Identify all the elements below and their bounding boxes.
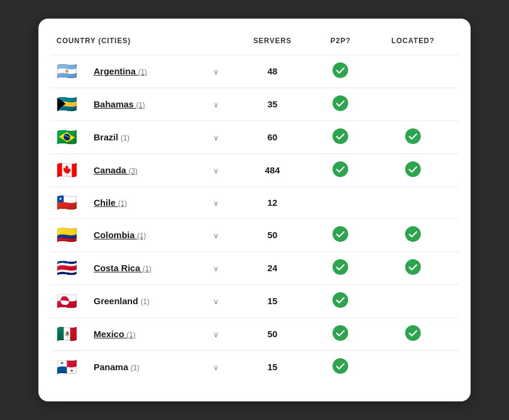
located-check-brazil [405, 128, 421, 144]
svg-point-11 [333, 325, 348, 341]
flag-cell-colombia: 🇨🇴 [50, 219, 82, 252]
chevron-icon-chile[interactable]: ∨ [213, 199, 219, 208]
flag-cell-bahamas: 🇧🇸 [50, 88, 82, 121]
table-row: 🇨🇷 Costa Rica (1) ∨ 24 [50, 252, 459, 285]
table-row: 🇦🇷 Argentina (1) ∨ 48 [50, 55, 459, 88]
servers-count-canada: 484 [265, 165, 280, 175]
table-row: 🇧🇸 Bahamas (1) ∨ 35 [50, 88, 459, 121]
chevron-icon-argentina[interactable]: ∨ [213, 67, 219, 76]
p2p-cell-argentina [314, 55, 367, 88]
servers-cell-bahamas: 35 [231, 88, 314, 121]
svg-point-4 [333, 161, 348, 177]
country-name-canada[interactable]: Canada (3) [94, 165, 137, 175]
chevron-cell-mexico[interactable]: ∨ [207, 318, 231, 351]
p2p-check-bahamas [333, 95, 348, 111]
country-name-brazil: Brazil (1) [94, 132, 130, 142]
chevron-cell-bahamas[interactable]: ∨ [207, 88, 231, 121]
flag-cell-panama: 🇵🇦 [50, 351, 82, 384]
servers-count-greenland: 15 [267, 296, 277, 306]
located-cell-greenland [367, 285, 459, 318]
located-check-canada [405, 161, 421, 177]
country-name-bahamas[interactable]: Bahamas (1) [94, 99, 145, 109]
country-cell-chile: Chile (1) [82, 187, 207, 219]
country-cell-greenland: Greenland (1) [82, 285, 207, 318]
chevron-icon-greenland[interactable]: ∨ [213, 297, 219, 306]
located-cell-canada [367, 154, 459, 187]
main-card: Country (Cities) Servers P2P? Located? [38, 19, 471, 401]
chevron-cell-panama[interactable]: ∨ [207, 351, 231, 384]
p2p-cell-brazil [314, 121, 367, 154]
chevron-icon-panama[interactable]: ∨ [213, 363, 219, 372]
flag-cell-chile: 🇨🇱 [50, 187, 82, 219]
chevron-cell-brazil[interactable]: ∨ [207, 121, 231, 154]
located-check-mexico [405, 325, 421, 341]
header-servers: Servers [231, 37, 314, 55]
country-name-argentina[interactable]: Argentina (1) [94, 66, 147, 76]
svg-point-10 [333, 292, 348, 308]
chevron-icon-bahamas[interactable]: ∨ [213, 100, 219, 109]
svg-point-12 [405, 325, 421, 341]
p2p-check-argentina [333, 62, 348, 78]
located-cell-panama [367, 351, 459, 384]
located-cell-mexico [367, 318, 459, 351]
located-check-costarica [405, 259, 421, 275]
servers-count-mexico: 50 [267, 329, 277, 339]
servers-cell-mexico: 50 [231, 318, 314, 351]
p2p-check-costarica [333, 259, 348, 275]
p2p-cell-greenland [314, 285, 367, 318]
servers-count-bahamas: 35 [267, 99, 277, 109]
located-cell-chile [367, 187, 459, 219]
chevron-cell-greenland[interactable]: ∨ [207, 285, 231, 318]
servers-cell-argentina: 48 [231, 55, 314, 88]
servers-count-brazil: 60 [267, 132, 277, 142]
p2p-check-colombia [333, 226, 348, 242]
country-cell-bahamas: Bahamas (1) [82, 88, 207, 121]
flag-cell-costarica: 🇨🇷 [50, 252, 82, 285]
header-located: Located? [367, 37, 459, 55]
servers-count-argentina: 48 [267, 66, 277, 76]
chevron-cell-canada[interactable]: ∨ [207, 154, 231, 187]
located-cell-bahamas [367, 88, 459, 121]
chevron-icon-costarica[interactable]: ∨ [213, 264, 219, 273]
p2p-cell-canada [314, 154, 367, 187]
country-cell-brazil: Brazil (1) [82, 121, 207, 154]
svg-point-0 [333, 62, 348, 78]
header-p2p: P2P? [314, 37, 367, 55]
country-name-panama: Panama (1) [94, 362, 139, 372]
svg-point-2 [333, 128, 348, 144]
p2p-cell-costarica [314, 252, 367, 285]
p2p-cell-mexico [314, 318, 367, 351]
servers-cell-greenland: 15 [231, 285, 314, 318]
chevron-cell-argentina[interactable]: ∨ [207, 55, 231, 88]
chevron-cell-chile[interactable]: ∨ [207, 187, 231, 219]
chevron-cell-colombia[interactable]: ∨ [207, 219, 231, 252]
servers-cell-brazil: 60 [231, 121, 314, 154]
servers-cell-colombia: 50 [231, 219, 314, 252]
svg-point-3 [405, 128, 421, 144]
svg-point-9 [405, 259, 421, 275]
chevron-icon-colombia[interactable]: ∨ [213, 231, 219, 240]
servers-count-colombia: 50 [267, 230, 277, 240]
country-name-mexico[interactable]: Mexico (1) [94, 329, 136, 339]
country-name-chile[interactable]: Chile (1) [94, 197, 127, 208]
country-name-colombia[interactable]: Colombia (1) [94, 230, 146, 240]
country-name-costarica[interactable]: Costa Rica (1) [94, 263, 151, 273]
p2p-cell-bahamas [314, 88, 367, 121]
chevron-icon-brazil[interactable]: ∨ [213, 133, 219, 142]
chevron-icon-canada[interactable]: ∨ [213, 166, 219, 175]
chevron-icon-mexico[interactable]: ∨ [213, 330, 219, 339]
header-expand [207, 37, 231, 55]
svg-point-8 [333, 259, 348, 275]
table-row: 🇨🇦 Canada (3) ∨ 484 [50, 154, 459, 187]
p2p-check-mexico [333, 325, 348, 341]
p2p-check-canada [333, 161, 348, 177]
located-cell-brazil [367, 121, 459, 154]
table-container: Country (Cities) Servers P2P? Located? [50, 37, 459, 383]
flag-cell-brazil: 🇧🇷 [50, 121, 82, 154]
svg-point-7 [405, 226, 421, 242]
chevron-cell-costarica[interactable]: ∨ [207, 252, 231, 285]
flag-cell-argentina: 🇦🇷 [50, 55, 82, 88]
table-row: 🇲🇽 Mexico (1) ∨ 50 [50, 318, 459, 351]
country-cell-canada: Canada (3) [82, 154, 207, 187]
p2p-check-greenland [333, 292, 348, 308]
